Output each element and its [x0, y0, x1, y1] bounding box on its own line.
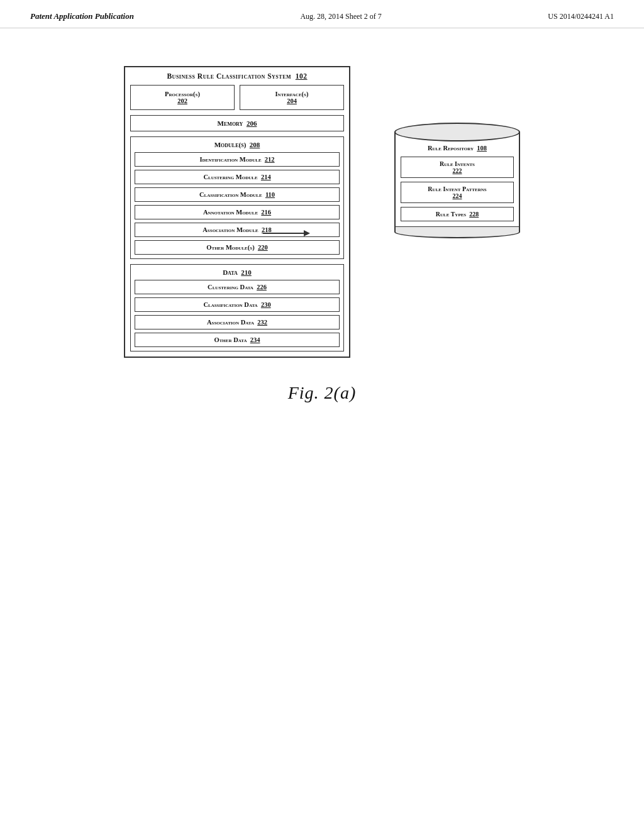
system-title: Business Rule Classification System 102	[130, 72, 344, 80]
processor-box: Processor(s) 202	[130, 85, 235, 110]
cylinder-bottom	[394, 226, 520, 238]
proc-interface-row: Processor(s) 202 Interface(s) 204	[130, 85, 344, 110]
modules-title: Module(s) 208	[135, 141, 340, 148]
memory-box: Memory 206	[130, 115, 344, 131]
cylinder-top	[394, 123, 520, 141]
page-header: Patent Application Publication Aug. 28, …	[0, 0, 644, 28]
header-date-sheet: Aug. 28, 2014 Sheet 2 of 7	[300, 12, 381, 21]
association-data: Association Data 232	[135, 315, 340, 329]
cylinder-body: Rule Repository 108 Rule Intents 222 Rul…	[394, 132, 520, 226]
classification-module: Classification Module 110	[135, 187, 340, 202]
rule-intents-box: Rule Intents 222	[401, 157, 514, 178]
figure-caption: Fig. 2(a)	[0, 383, 644, 403]
data-section: Data 210 Clustering Data 226 Classificat…	[130, 264, 344, 351]
clustering-module: Clustering Module 214	[135, 170, 340, 184]
main-system-box: Business Rule Classification System 102 …	[124, 66, 350, 358]
interface-box: Interface(s) 204	[240, 85, 344, 110]
rule-intent-patterns-box: Rule Intent Patterns 224	[401, 182, 514, 203]
other-modules: Other Module(s) 220	[135, 240, 340, 255]
data-title: Data 210	[135, 268, 340, 276]
cylinder-shape: Rule Repository 108 Rule Intents 222 Rul…	[394, 123, 520, 238]
diagram-area: Business Rule Classification System 102 …	[0, 28, 644, 364]
header-patent-num: US 2014/0244241 A1	[548, 12, 614, 21]
business-rule-classification-system: Business Rule Classification System 102 …	[124, 66, 350, 358]
arrow-connector	[263, 228, 313, 241]
rule-repository: Rule Repository 108 Rule Intents 222 Rul…	[394, 123, 520, 238]
annotation-module: Annotation Module 216	[135, 205, 340, 219]
rule-types-box: Rule Types 228	[401, 207, 514, 221]
svg-marker-1	[304, 230, 310, 236]
identification-module: Identification Module 212	[135, 152, 340, 167]
header-publication: Patent Application Publication	[30, 11, 134, 21]
repo-title: Rule Repository 108	[401, 145, 514, 152]
clustering-data: Clustering Data 226	[135, 280, 340, 294]
arrow-icon	[263, 228, 313, 238]
other-data: Other Data 234	[135, 333, 340, 347]
classification-data: Classification Data 230	[135, 297, 340, 312]
